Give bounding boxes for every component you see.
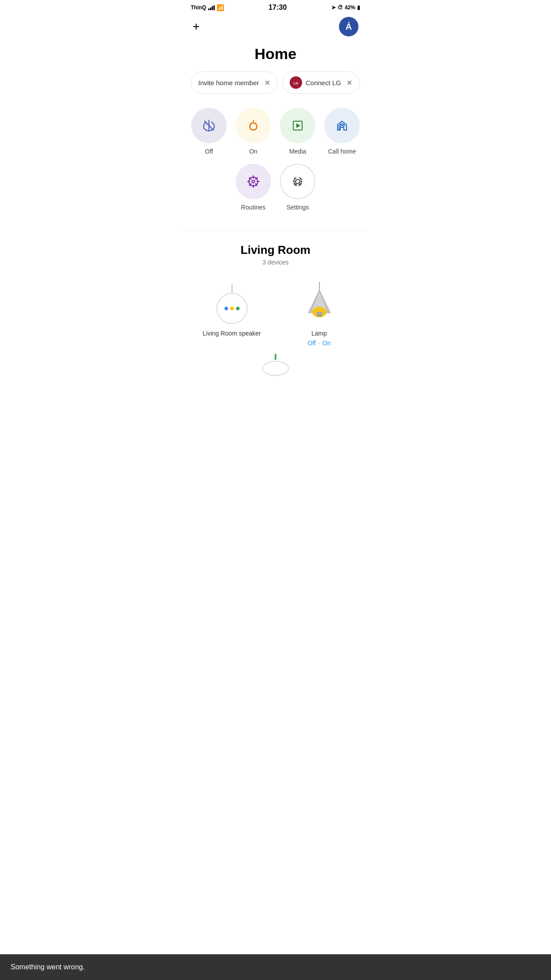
status-right: ➤ ⏱ 42% ▮	[331, 4, 360, 11]
grid-section: Off On Media	[184, 104, 367, 227]
off-circle	[191, 108, 227, 143]
off-label: Off	[205, 148, 213, 155]
lamp-status-on[interactable]: On	[323, 340, 331, 347]
page-title: Home	[184, 38, 367, 71]
wifi-icon: 📶	[216, 4, 224, 11]
connect-lg-label: Connect LG	[306, 79, 341, 87]
lamp-status-off[interactable]: Off	[308, 340, 316, 347]
location-icon: ➤	[331, 4, 336, 11]
speaker-name: Living Room speaker	[203, 330, 261, 337]
routines-icon	[245, 174, 261, 190]
grid-item-on[interactable]: On	[236, 108, 271, 155]
settings-icon	[290, 174, 306, 190]
carrier-label: ThinQ	[191, 4, 206, 11]
grid-item-media[interactable]: Media	[280, 108, 315, 155]
partial-device-image	[260, 354, 291, 376]
lg-logo-svg: LG	[291, 78, 300, 87]
alarm-icon: ⏱	[338, 4, 343, 11]
settings-circle	[280, 164, 315, 199]
device-partial-row	[184, 354, 367, 379]
call-home-circle	[324, 108, 360, 143]
speaker-dots	[224, 307, 240, 310]
lamp-name: Lamp	[311, 330, 327, 337]
avatar-letter: Á	[346, 22, 352, 32]
lamp-image	[299, 282, 339, 326]
media-circle	[280, 108, 315, 143]
device-card-speaker[interactable]: Living Room speaker	[193, 282, 271, 337]
svg-rect-25	[317, 315, 322, 316]
lamp-svg	[299, 282, 339, 326]
speaker-image	[212, 282, 252, 326]
device-card-partial[interactable]	[193, 354, 358, 376]
signal-bar-3	[212, 6, 213, 10]
status-left: ThinQ 📶	[191, 4, 224, 11]
signal-bars	[208, 5, 215, 10]
status-bar: ThinQ 📶 17:30 ➤ ⏱ 42% ▮	[184, 0, 367, 13]
header: + Á	[184, 13, 367, 38]
grid-item-routines[interactable]: Routines	[236, 164, 271, 211]
signal-bar-4	[213, 5, 215, 10]
speaker-dot-green	[236, 307, 240, 310]
speaker-cord	[232, 284, 232, 293]
speaker-container	[216, 284, 248, 324]
battery-percent: 42%	[345, 4, 355, 11]
invite-home-close[interactable]: ✕	[264, 79, 270, 87]
on-label: On	[249, 148, 258, 155]
room-title: Living Room	[193, 243, 358, 257]
add-button[interactable]: +	[193, 20, 200, 33]
on-circle	[236, 108, 271, 143]
signal-bar-2	[210, 8, 211, 10]
invite-home-pill[interactable]: Invite home member ✕	[191, 71, 278, 94]
grid-item-off[interactable]: Off	[191, 108, 227, 155]
speaker-body	[216, 293, 248, 324]
grid-row-2: Routines Settings	[193, 164, 358, 211]
quick-actions-row: Invite home member ✕ LG Connect LG ✕	[184, 71, 367, 104]
signal-bar-1	[208, 8, 209, 10]
lg-icon: LG	[290, 76, 302, 89]
invite-home-label: Invite home member	[198, 79, 259, 87]
connect-lg-close[interactable]: ✕	[346, 79, 352, 87]
call-home-label: Call home	[328, 148, 356, 155]
routines-circle	[236, 164, 271, 199]
settings-label: Settings	[287, 204, 309, 211]
svg-rect-24	[316, 312, 323, 315]
partial-body	[262, 361, 289, 376]
section-divider	[184, 230, 367, 231]
on-icon	[245, 118, 261, 134]
svg-marker-7	[296, 123, 300, 128]
lamp-status: Off • On	[308, 340, 331, 347]
grid-item-settings[interactable]: Settings	[280, 164, 315, 211]
off-icon	[201, 118, 217, 134]
partial-cord	[275, 354, 276, 360]
status-time: 17:30	[268, 4, 287, 12]
device-card-lamp[interactable]: Lamp Off • On	[280, 282, 358, 347]
room-section: Living Room 3 devices	[184, 234, 367, 282]
svg-point-9	[252, 180, 255, 183]
routines-label: Routines	[241, 204, 265, 211]
media-icon	[290, 118, 306, 134]
lamp-status-dot: •	[319, 341, 320, 345]
speaker-dot-yellow	[230, 307, 234, 310]
call-home-icon	[334, 118, 350, 134]
room-device-count: 3 devices	[193, 259, 358, 266]
grid-item-call-home[interactable]: Call home	[324, 108, 360, 155]
devices-row: Living Room speaker Lamp Off • On	[184, 282, 367, 354]
connect-lg-pill[interactable]: LG Connect LG ✕	[282, 71, 360, 94]
avatar[interactable]: Á	[339, 17, 358, 36]
svg-text:LG: LG	[293, 81, 298, 85]
speaker-dot-blue	[224, 307, 228, 310]
grid-row-1: Off On Media	[193, 108, 358, 155]
battery-icon: ▮	[357, 4, 360, 11]
media-label: Media	[289, 148, 306, 155]
